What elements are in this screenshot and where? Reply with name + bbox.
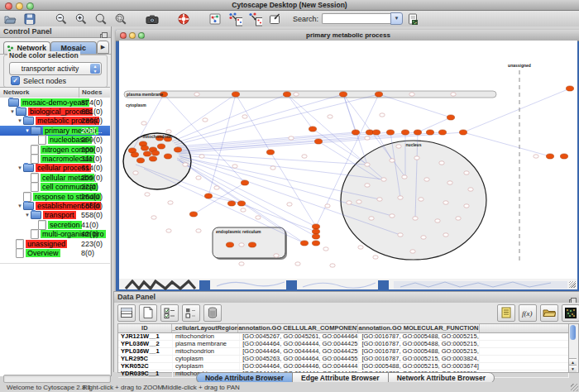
graph-node-unselected[interactable] [356,200,361,203]
cell-mf[interactable]: [GO:0005488, GO:0005215, GO:0003674] [359,363,479,370]
graph-node-unselected[interactable] [194,93,199,96]
graph-node-unselected[interactable] [168,201,173,204]
table-row[interactable]: YJR121W__1mitochondrion[GO:0045267, GO:0… [118,333,569,341]
graph-node-selected[interactable] [151,151,159,155]
tree-row[interactable]: response to stimulu264(0) [0,192,110,201]
graph-node-selected[interactable] [459,130,467,135]
graph-node-unselected[interactable] [239,262,244,265]
tree-row[interactable]: nucleobase-209(0) [0,136,110,145]
expander-icon[interactable]: ▼ [17,118,23,123]
graph-node-selected[interactable] [560,154,567,159]
graph-node-unselected[interactable] [133,171,138,174]
graph-node-selected[interactable] [248,242,256,247]
graph-node-unselected[interactable] [358,246,363,249]
graph-node-selected[interactable] [241,180,248,185]
tree-row[interactable]: unassigned223(0) [0,239,110,248]
graph-node-unselected[interactable] [447,181,452,184]
graph-node-selected[interactable] [372,130,380,135]
delete-attribute-icon[interactable] [203,304,222,322]
graph-node-selected[interactable] [312,224,319,229]
graph-node-selected[interactable] [149,156,156,161]
unselect-attributes-icon[interactable] [182,304,200,322]
graph-node-selected[interactable] [401,130,409,135]
cell-id[interactable]: YLR295C [118,356,173,362]
cell-extra[interactable] [480,363,569,370]
tree-row[interactable]: ▼primary metabo209(... [0,126,110,135]
zoom-out-icon[interactable] [54,12,69,26]
cell-extra[interactable] [480,348,569,355]
table-row[interactable]: YLR295Ccytoplasm[GO:0045263, GO:0044464,… [118,356,569,363]
graph-node-unselected[interactable] [141,122,146,125]
graph-node-unselected[interactable] [373,256,378,259]
graph-node-unselected[interactable] [390,159,395,162]
graph-node-unselected[interactable] [270,166,275,170]
graph-node-unselected[interactable] [183,163,188,166]
graph-node-unselected[interactable] [365,163,370,166]
graph-node-selected[interactable] [375,92,382,97]
graph-node-unselected[interactable] [289,136,294,140]
network-window-resize-grip[interactable] [569,281,576,288]
graph-node-unselected[interactable] [274,254,279,257]
network-overview-icon[interactable] [208,12,223,26]
tree-row[interactable]: cell communicat22(0) [0,183,110,192]
tree-row[interactable]: ▼establishment of lo558(0) [0,201,110,210]
graph-node-selected[interactable] [164,154,171,159]
graph-node-unselected[interactable] [443,233,448,237]
graph-node-selected[interactable] [414,130,421,135]
graph-node-selected[interactable] [352,130,359,135]
graph-node-unselected[interactable] [435,219,440,222]
zoom-fit-icon[interactable] [93,12,108,26]
graph-node-selected[interactable] [426,130,433,135]
table-row[interactable]: YPL036W__2plasma membrane[GO:0044464, GO… [118,341,569,348]
column-header[interactable]: ID [118,324,172,332]
create-attribute-icon[interactable] [139,304,157,322]
graph-node-unselected[interactable] [443,201,448,204]
graph-node-selected[interactable] [300,241,308,246]
graph-node-selected[interactable] [204,194,212,198]
tree-row[interactable]: cellular metabo209(0) [0,173,110,182]
graph-node-unselected[interactable] [414,156,419,160]
expander-icon[interactable]: ▼ [17,165,23,170]
cell-region[interactable]: mitochondrion [173,348,240,355]
attribute-matrix-icon[interactable] [562,304,579,322]
cell-cc[interactable]: [GO:0044464, GO:0044446, GO:0044444, G..… [240,363,359,370]
cell-id[interactable]: YPL036W__1 [118,348,173,355]
tree-row[interactable]: ▼biological_process651(0) [0,107,110,116]
open-session-icon[interactable] [2,12,17,26]
graph-node-unselected[interactable] [287,203,292,206]
graph-node-unselected[interactable] [468,188,473,191]
graph-node-unselected[interactable] [377,198,382,201]
graph-node-unselected[interactable] [241,208,246,212]
graph-node-unselected[interactable] [196,176,201,179]
table-row[interactable]: YPL036W__1mitochondrion[GO:0044464, GO:0… [118,348,569,356]
cell-cc[interactable]: [GO:0044464, GO:0044444, GO:0044425, G..… [240,348,359,355]
graph-node-unselected[interactable] [239,243,244,246]
column-header[interactable]: annotation.GO CELLULAR_COMPONENT [238,324,358,332]
column-header[interactable]: _cellularLayoutRegion [172,324,239,332]
graph-node-unselected[interactable] [439,161,444,165]
cell-id[interactable]: YJR121W__1 [118,333,173,340]
tree-row-label[interactable]: unassigned [26,240,67,248]
graph-node-unselected[interactable] [323,247,328,251]
graph-node-unselected[interactable] [151,216,156,219]
graph-node-unselected[interactable] [232,165,237,168]
select-attributes-icon[interactable] [160,304,179,322]
graph-node-selected[interactable] [143,151,151,156]
cell-mf[interactable]: [GO:0016787, GO:0005215, GO:0003824, G..… [359,356,479,362]
zoom-selected-region-icon[interactable] [113,12,128,26]
graph-node-selected[interactable] [232,92,239,97]
tree-column-nodes[interactable]: Nodes [82,88,102,96]
graph-node-unselected[interactable] [409,93,414,96]
cell-extra[interactable] [480,333,569,340]
graph-node-selected[interactable] [141,146,148,151]
zoom-in-icon[interactable] [74,12,89,26]
graph-node-unselected[interactable] [380,113,385,117]
graph-node-selected[interactable] [309,127,316,131]
graph-node-selected[interactable] [312,234,319,239]
node-color-dropdown[interactable]: transporter activity ▲▼ [9,62,102,75]
column-header[interactable] [480,324,569,332]
tree-row[interactable]: Overview8(0) [0,248,110,257]
tree-row[interactable]: multi-organism pro42(0) [0,229,110,238]
cell-id[interactable]: YPL036W__2 [118,341,173,347]
tree-column-network[interactable]: Network [3,88,30,96]
